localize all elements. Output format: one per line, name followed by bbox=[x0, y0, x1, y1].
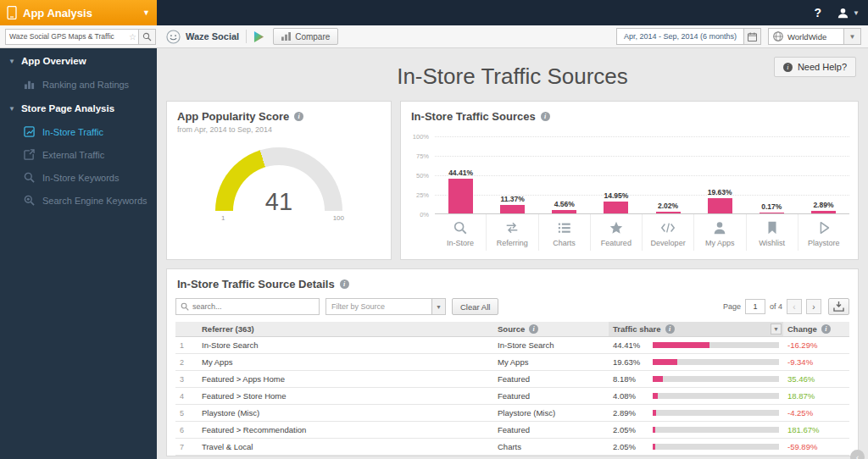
table-row[interactable]: 2 My Apps My Apps 19.63% -9.34% bbox=[175, 354, 849, 371]
category-playstore[interactable]: Playstore bbox=[798, 214, 849, 251]
next-page-button[interactable]: › bbox=[806, 299, 821, 314]
table-row[interactable]: 6 Featured > Recommendation Featured 2.0… bbox=[175, 422, 849, 439]
info-icon[interactable]: i bbox=[541, 112, 550, 121]
traffic-share-header[interactable]: Traffic sharei▼ bbox=[609, 322, 783, 337]
date-range-picker[interactable]: Apr, 2014 - Sep, 2014 (6 months) bbox=[616, 28, 761, 45]
table-search-input[interactable] bbox=[192, 302, 314, 311]
sidebar-section-store-page-analysis[interactable]: ▼ Store Page Analysis bbox=[0, 96, 157, 120]
bar-featured[interactable] bbox=[604, 202, 628, 213]
filter-by-source-select[interactable]: Filter by Source ▼ bbox=[326, 298, 446, 315]
table-row[interactable]: 3 Featured > Apps Home Featured 8.18% 35… bbox=[175, 371, 849, 388]
bar-value-label: 4.56% bbox=[554, 200, 575, 208]
source-cell: Featured bbox=[493, 371, 609, 388]
source-cell: Charts bbox=[493, 439, 609, 456]
share-bar-fill bbox=[653, 393, 658, 399]
category-my-apps[interactable]: My Apps bbox=[693, 214, 745, 251]
export-button[interactable] bbox=[828, 298, 849, 315]
table-row[interactable]: 5 Playstore (Misc) Playstore (Misc) 2.89… bbox=[175, 405, 849, 422]
app-toolbar: ☆ Waze Social Compare Apr, 2014 - Sep, 2… bbox=[0, 25, 868, 48]
table-row[interactable]: 7 Travel & Local Charts 2.05% -59.89% bbox=[175, 439, 849, 456]
compare-button[interactable]: Compare bbox=[273, 28, 338, 45]
sidebar-item-search-engine-keywords[interactable]: Search Engine Keywords bbox=[0, 189, 157, 212]
sidebar-item-in-store-keywords[interactable]: In-Store Keywords bbox=[0, 166, 157, 189]
sort-chevron-icon[interactable]: ▼ bbox=[771, 324, 782, 335]
referrer-header[interactable]: Referrer (363) bbox=[198, 322, 493, 337]
sidebar-item-external-traffic[interactable]: External Traffic bbox=[0, 143, 157, 166]
chart-title: In-Store Traffic Sources bbox=[411, 110, 536, 123]
bar-in-store[interactable] bbox=[448, 179, 473, 213]
search-submit-button[interactable] bbox=[138, 30, 155, 44]
bar-value-label: 14.95% bbox=[604, 191, 629, 200]
region-select[interactable]: WorldWide ▼ bbox=[768, 28, 861, 45]
page-number-input[interactable] bbox=[745, 299, 765, 314]
globe-icon bbox=[773, 31, 783, 41]
table-row[interactable]: 1 In-Store Search In-Store Search 44.41%… bbox=[175, 337, 849, 354]
filter-label: Filter by Source bbox=[326, 299, 431, 314]
info-icon[interactable]: i bbox=[529, 324, 538, 334]
bar-charts[interactable] bbox=[552, 210, 576, 213]
pagination: Page of 4 ‹ › bbox=[723, 298, 849, 315]
help-button[interactable]: ? bbox=[815, 6, 822, 19]
category-developer[interactable]: Developer bbox=[642, 214, 693, 251]
top-bar: App Analysis ▼ ? ▼ bbox=[0, 0, 868, 25]
favorite-star-icon[interactable]: ☆ bbox=[127, 32, 138, 41]
bar-developer[interactable] bbox=[656, 212, 681, 213]
info-icon[interactable]: i bbox=[294, 112, 303, 121]
need-help-button[interactable]: i Need Help? bbox=[774, 57, 856, 77]
prev-page-button[interactable]: ‹ bbox=[787, 299, 802, 314]
sidebar-item-in-store-traffic[interactable]: In-Store Traffic bbox=[0, 120, 157, 143]
source-cell: My Apps bbox=[493, 354, 609, 371]
category-charts[interactable]: Charts bbox=[538, 214, 590, 251]
row-number-header bbox=[175, 322, 198, 337]
info-icon[interactable]: i bbox=[665, 324, 675, 334]
sidebar-item-ranking-and-ratings[interactable]: Ranking and Ratings bbox=[0, 73, 157, 96]
info-icon[interactable]: i bbox=[340, 279, 349, 289]
details-title: In-Store Traffic Source Details bbox=[177, 278, 335, 290]
table-row[interactable]: 4 Featured > Store Home Featured 4.08% 1… bbox=[175, 388, 849, 405]
category-wishlist[interactable]: Wishlist bbox=[746, 214, 798, 251]
bar-value-label: 11.37% bbox=[501, 195, 525, 203]
section-label: Store Page Analysis bbox=[21, 103, 114, 113]
app-logo bbox=[166, 30, 181, 44]
share-bar-track bbox=[653, 393, 779, 399]
y-axis-labels: 100% 75% 50% 25% 0% bbox=[408, 136, 431, 214]
table-controls: Filter by Source ▼ Clear All Page of 4 ‹… bbox=[167, 290, 858, 322]
bar-chart: 100% 75% 50% 25% 0% 44.41% 11.37% 4.56% bbox=[408, 136, 849, 251]
change-cell: -59.89% bbox=[783, 439, 849, 456]
date-range-value: Apr, 2014 - Sep, 2014 (6 months) bbox=[617, 29, 743, 44]
need-help-label: Need Help? bbox=[798, 62, 847, 72]
chevron-down-icon: ▼ bbox=[431, 299, 445, 314]
item-label: Ranking and Ratings bbox=[42, 80, 129, 90]
source-header[interactable]: Sourcei bbox=[493, 322, 609, 337]
change-header[interactable]: Changei bbox=[783, 322, 849, 337]
clear-all-button[interactable]: Clear All bbox=[452, 298, 498, 315]
section-label: App Overview bbox=[21, 56, 86, 66]
user-menu[interactable]: ▼ bbox=[837, 7, 860, 19]
category-featured[interactable]: Featured bbox=[590, 214, 642, 251]
app-search-input[interactable] bbox=[6, 32, 127, 41]
sidebar-section-app-overview[interactable]: ▼ App Overview bbox=[0, 48, 157, 73]
traffic-details-table: Referrer (363) Sourcei Traffic sharei▼ C… bbox=[175, 322, 849, 456]
share-bar-track bbox=[653, 410, 779, 416]
referrer-cell: Travel & Local bbox=[198, 439, 493, 456]
category-referring[interactable]: Referring bbox=[486, 214, 537, 251]
category-in-store[interactable]: In-Store bbox=[435, 214, 486, 251]
info-icon[interactable]: i bbox=[821, 324, 831, 334]
item-label: External Traffic bbox=[42, 150, 104, 160]
bar-my-apps[interactable] bbox=[708, 198, 732, 213]
current-app: Waze Social bbox=[166, 30, 239, 44]
item-label: In-Store Keywords bbox=[42, 173, 119, 183]
user-icon bbox=[837, 7, 849, 19]
referrer-cell: Featured > Store Home bbox=[198, 388, 493, 405]
table-header-row: Referrer (363) Sourcei Traffic sharei▼ C… bbox=[175, 322, 849, 337]
bar-value-label: 2.89% bbox=[813, 201, 833, 209]
app-analysis-menu[interactable]: App Analysis ▼ bbox=[0, 0, 157, 25]
bar-playstore[interactable] bbox=[811, 211, 836, 213]
collapse-chevron-button[interactable]: ‹ bbox=[850, 450, 865, 459]
share-bar-track bbox=[653, 376, 779, 382]
change-cell: 35.46% bbox=[783, 371, 849, 388]
bar-wishlist[interactable] bbox=[760, 213, 784, 213]
sidebar-nav: ▼ App Overview Ranking and Ratings ▼ Sto… bbox=[0, 48, 157, 459]
referrer-cell: Featured > Apps Home bbox=[198, 371, 493, 388]
bar-referring[interactable] bbox=[500, 205, 525, 213]
